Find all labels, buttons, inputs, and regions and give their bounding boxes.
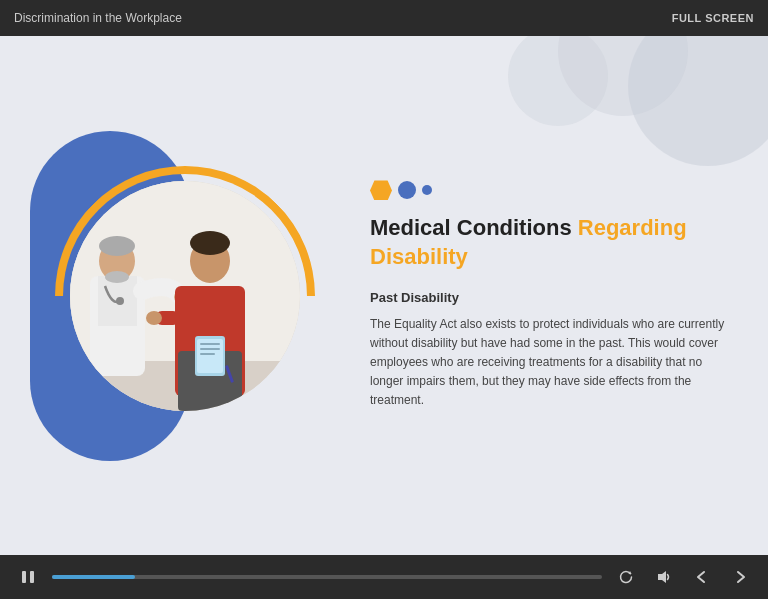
svg-point-8 bbox=[105, 271, 129, 283]
refresh-icon bbox=[618, 569, 634, 585]
top-bar: Discrimination in the Workplace FULL SCR… bbox=[0, 0, 768, 36]
slide-left-panel bbox=[0, 36, 340, 555]
svg-point-7 bbox=[99, 236, 135, 256]
next-button[interactable] bbox=[726, 565, 754, 589]
svg-point-13 bbox=[190, 231, 230, 255]
prev-icon bbox=[694, 569, 710, 585]
progress-bar-fill bbox=[52, 575, 135, 579]
slide-right-panel: Medical Conditions Regarding Disability … bbox=[340, 150, 768, 440]
course-title: Discrimination in the Workplace bbox=[14, 11, 182, 25]
refresh-button[interactable] bbox=[612, 565, 640, 589]
blue-circle-large-icon bbox=[398, 181, 416, 199]
slide-title-part1: Medical Conditions bbox=[370, 215, 578, 240]
slide-area: Medical Conditions Regarding Disability … bbox=[0, 36, 768, 555]
slide-title: Medical Conditions Regarding Disability bbox=[370, 214, 728, 271]
svg-rect-19 bbox=[200, 348, 220, 350]
fullscreen-button[interactable]: FULL SCREEN bbox=[672, 12, 754, 24]
orange-hex-icon bbox=[370, 180, 392, 200]
blue-circle-small-icon bbox=[422, 185, 432, 195]
bg-decoration-circle-3 bbox=[508, 36, 608, 126]
svg-rect-23 bbox=[30, 571, 34, 583]
volume-button[interactable] bbox=[650, 565, 678, 589]
section-heading: Past Disability bbox=[370, 290, 728, 305]
next-icon bbox=[732, 569, 748, 585]
svg-rect-18 bbox=[200, 343, 220, 345]
svg-rect-20 bbox=[200, 353, 215, 355]
svg-point-5 bbox=[116, 297, 124, 305]
volume-icon bbox=[656, 569, 672, 585]
slide-image bbox=[70, 181, 300, 411]
section-body-text: The Equality Act also exists to protect … bbox=[370, 315, 728, 411]
pause-button[interactable] bbox=[14, 565, 42, 589]
control-bar bbox=[0, 555, 768, 599]
progress-bar-container[interactable] bbox=[52, 575, 602, 579]
prev-button[interactable] bbox=[688, 565, 716, 589]
slide-icon-decorations bbox=[370, 180, 728, 200]
svg-rect-22 bbox=[22, 571, 26, 583]
pause-icon bbox=[20, 569, 36, 585]
svg-point-15 bbox=[146, 311, 162, 325]
svg-marker-24 bbox=[658, 571, 666, 583]
